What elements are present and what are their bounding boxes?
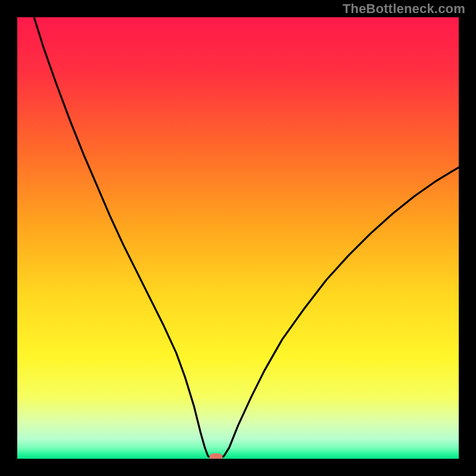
watermark-text: TheBottleneck.com	[343, 1, 465, 17]
chart-frame: TheBottleneck.com	[0, 0, 476, 476]
plot-background	[17, 17, 459, 459]
minimum-marker	[209, 453, 223, 461]
chart-svg	[0, 0, 476, 476]
